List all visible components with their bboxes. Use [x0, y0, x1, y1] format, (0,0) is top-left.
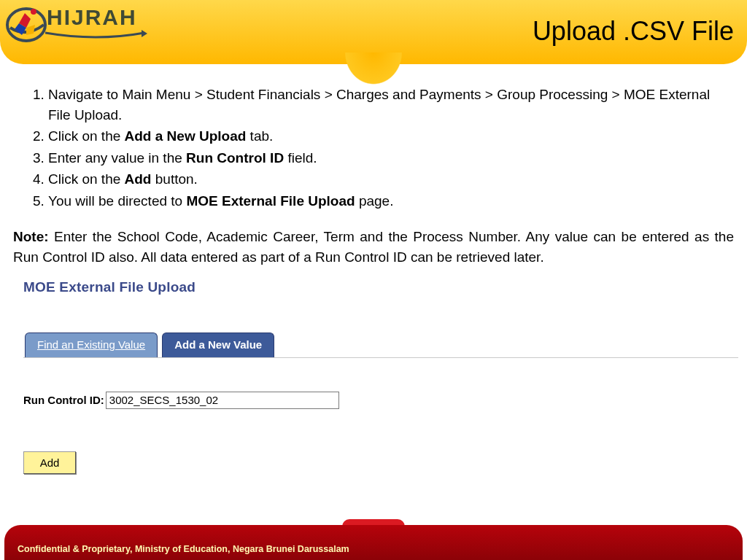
step-bold: Run Control ID [186, 150, 284, 166]
step-text: page. [355, 193, 394, 209]
instruction-step: Enter any value in the Run Control ID fi… [48, 148, 734, 168]
instruction-list: Navigate to Main Menu > Student Financia… [13, 85, 734, 211]
logo: HIJRAH [4, 3, 147, 45]
footer-bar: Confidential & Proprietary, Ministry of … [4, 525, 743, 560]
logo-globe-icon [4, 3, 48, 45]
svg-point-4 [31, 9, 36, 15]
footer-text: Confidential & Proprietary, Ministry of … [18, 544, 349, 554]
svg-marker-5 [142, 30, 147, 37]
tab-label: Add a New Value [174, 338, 262, 351]
note-label: Note: [13, 229, 49, 244]
step-bold: MOE External File Upload [186, 193, 355, 209]
svg-marker-3 [26, 25, 35, 35]
instruction-step: Click on the Add button. [48, 169, 734, 190]
instruction-step: You will be directed to MOE External Fil… [48, 191, 734, 211]
logo-swoosh-icon [45, 30, 147, 40]
step-text: field. [284, 150, 317, 166]
tab-find-existing[interactable]: Find an Existing Value [25, 332, 158, 357]
step-text: You will be directed to [48, 193, 186, 209]
add-button[interactable]: Add [23, 451, 76, 475]
step-text: tab. [246, 128, 273, 144]
instruction-step: Navigate to Main Menu > Student Financia… [48, 85, 734, 125]
note-paragraph: Note: Enter the School Code, Academic Ca… [13, 227, 734, 267]
tab-add-new[interactable]: Add a New Value [162, 332, 274, 357]
app-screenshot: MOE External File Upload Find an Existin… [23, 277, 738, 474]
step-bold: Add a New Upload [125, 128, 247, 144]
step-bold: Add [125, 171, 152, 187]
tab-label: Find an Existing Value [37, 338, 145, 351]
step-text: Enter any value in the [48, 150, 186, 166]
step-text: button. [151, 171, 197, 187]
step-text: Click on the [48, 171, 125, 187]
run-control-label: Run Control ID: [23, 392, 104, 408]
header-banner: HIJRAH Upload .CSV File [0, 0, 747, 64]
app-heading: MOE External File Upload [23, 277, 738, 298]
content-body: Navigate to Main Menu > Student Financia… [0, 64, 747, 474]
note-body: Enter the School Code, Academic Career, … [13, 229, 734, 265]
instruction-step: Click on the Add a New Upload tab. [48, 126, 734, 147]
run-control-input[interactable] [106, 392, 339, 409]
logo-text: HIJRAH [47, 5, 147, 30]
step-text: Click on the [48, 128, 125, 144]
tab-strip: Find an Existing Value Add a New Value [23, 332, 738, 358]
footer: Confidential & Proprietary, Ministry of … [0, 519, 747, 560]
run-control-row: Run Control ID: [23, 392, 738, 409]
page-title: Upload .CSV File [533, 16, 734, 47]
step-text: Navigate to Main Menu > Student Financia… [48, 87, 710, 122]
